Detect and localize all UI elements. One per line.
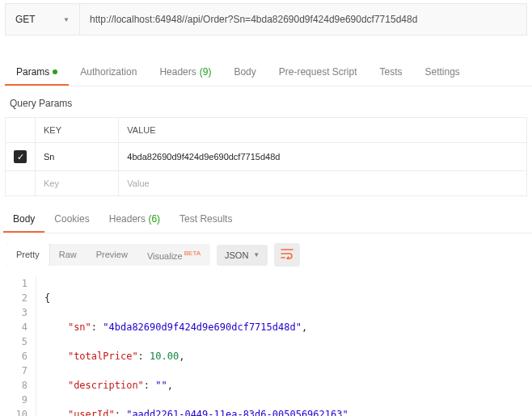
- wrap-icon: [281, 248, 293, 259]
- code-content[interactable]: { "sn": "4bda82690d9f424d9e690dcf7715d48…: [36, 276, 532, 416]
- http-method-select[interactable]: GET ▼: [6, 4, 80, 35]
- response-body: 1234567891011121314 { "sn": "4bda82690d9…: [0, 276, 532, 416]
- view-mode-group: Pretty Raw Preview VisualizeBETA: [6, 244, 210, 267]
- response-toolbar: Pretty Raw Preview VisualizeBETA JSON ▼: [0, 233, 532, 276]
- view-preview[interactable]: Preview: [87, 244, 137, 267]
- query-params-table: KEY VALUE ✓ Sn 4bda82690d9f424d9e690dcf7…: [5, 117, 527, 196]
- request-tabs: Params Authorization Headers (9) Body Pr…: [0, 50, 532, 86]
- query-params-title: Query Params: [0, 86, 532, 117]
- chevron-down-icon: ▼: [253, 251, 260, 258]
- param-key[interactable]: Sn: [36, 143, 119, 171]
- tab-authorization[interactable]: Authorization: [69, 60, 148, 86]
- col-value: VALUE: [119, 118, 527, 143]
- tab-body[interactable]: Body: [222, 60, 267, 86]
- param-value-placeholder[interactable]: Value: [119, 171, 527, 196]
- table-row[interactable]: ✓ Sn 4bda82690d9f424d9e690dcf7715d48d: [6, 143, 527, 171]
- table-row-placeholder[interactable]: Key Value: [6, 171, 527, 196]
- chevron-down-icon: ▼: [63, 16, 70, 23]
- line-numbers: 1234567891011121314: [0, 276, 36, 416]
- param-key-placeholder[interactable]: Key: [36, 171, 119, 196]
- param-value[interactable]: 4bda82690d9f424d9e690dcf7715d48d: [119, 143, 527, 171]
- table-header-row: KEY VALUE: [6, 118, 527, 143]
- params-modified-dot: [53, 69, 57, 74]
- row-checkbox[interactable]: ✓: [14, 150, 27, 163]
- resp-tab-body[interactable]: Body: [3, 208, 44, 233]
- beta-badge: BETA: [184, 250, 201, 257]
- tab-headers[interactable]: Headers (9): [148, 60, 222, 86]
- col-key: KEY: [36, 118, 119, 143]
- resp-tab-headers[interactable]: Headers (6): [99, 208, 170, 233]
- url-input[interactable]: [80, 4, 526, 35]
- view-pretty[interactable]: Pretty: [6, 244, 49, 267]
- http-method-label: GET: [15, 14, 36, 25]
- tab-params[interactable]: Params: [5, 60, 69, 86]
- view-raw[interactable]: Raw: [49, 244, 87, 267]
- view-visualize[interactable]: VisualizeBETA: [137, 244, 210, 267]
- tab-pre-request[interactable]: Pre-request Script: [268, 60, 369, 86]
- response-tabs: Body Cookies Headers (6) Test Results: [0, 196, 532, 233]
- content-type-select[interactable]: JSON ▼: [217, 245, 268, 266]
- request-bar: GET ▼: [5, 3, 527, 36]
- wrap-lines-button[interactable]: [274, 243, 300, 267]
- resp-tab-cookies[interactable]: Cookies: [44, 208, 99, 233]
- tab-settings[interactable]: Settings: [414, 60, 471, 86]
- resp-tab-test-results[interactable]: Test Results: [170, 208, 242, 233]
- tab-tests[interactable]: Tests: [368, 60, 413, 86]
